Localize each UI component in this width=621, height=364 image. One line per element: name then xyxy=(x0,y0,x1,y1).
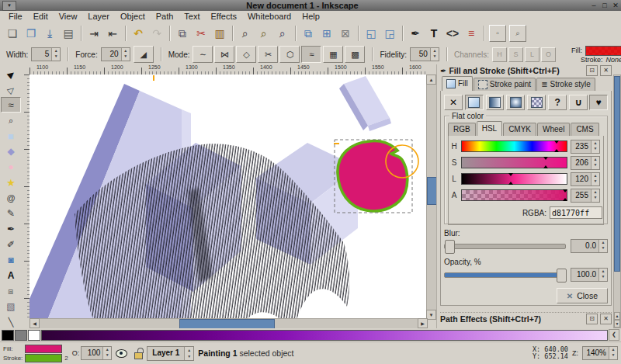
opacity-slider-handle[interactable] xyxy=(557,269,567,283)
zoom-drawing-button[interactable]: ⌕ xyxy=(255,24,273,43)
fill-stroke-dialog-button[interactable]: ✒ xyxy=(406,24,425,43)
palette-swatch-0[interactable] xyxy=(2,330,14,341)
tool-dropper-button[interactable]: ╲ xyxy=(1,314,21,330)
tool-selector-button[interactable]: ▶ xyxy=(1,66,21,81)
menu-path[interactable]: Path xyxy=(151,11,179,23)
menu-layer[interactable]: Layer xyxy=(82,11,115,23)
alpha-spinbox[interactable]: 255 xyxy=(571,189,600,203)
copy-button[interactable]: ⧉ xyxy=(173,24,192,43)
tool-tweak-button[interactable]: ≈ xyxy=(1,97,21,113)
panel-scroll-thumb[interactable] xyxy=(614,76,620,272)
xml-editor-button[interactable]: <> xyxy=(443,24,462,43)
tab-fill[interactable]: Fill xyxy=(442,76,473,91)
menu-effects[interactable]: Effects xyxy=(206,11,242,23)
paint-unknown-button[interactable]: ? xyxy=(548,95,567,110)
mode-color-paint-button[interactable]: ▦ xyxy=(323,46,343,63)
colortab-cmyk[interactable]: CMYK xyxy=(503,123,536,136)
light-spinbox[interactable]: 120 xyxy=(571,172,600,186)
menu-whiteboard[interactable]: Whiteboard xyxy=(242,11,297,23)
colortab-hsl[interactable]: HSL xyxy=(477,121,502,136)
mode-repel-button[interactable]: ✂ xyxy=(258,46,278,63)
stroke-color-swatch[interactable] xyxy=(25,354,62,362)
channel-s-toggle[interactable]: S xyxy=(508,47,523,62)
canvas[interactable] xyxy=(29,75,426,318)
layer-lock-icon[interactable] xyxy=(134,352,143,359)
import-button[interactable]: ⇥ xyxy=(85,24,103,43)
close-dialog-button[interactable]: ✕ xyxy=(600,65,612,76)
unlink-clone-button[interactable]: ⊠ xyxy=(336,24,355,43)
force-spinbox[interactable]: 20 xyxy=(101,47,130,61)
paint-none-button[interactable]: ✕ xyxy=(444,95,463,110)
tab-stroke-paint[interactable]: Stroke paint xyxy=(474,78,536,91)
menu-file[interactable]: File xyxy=(3,11,28,23)
blur-slider-handle[interactable] xyxy=(445,240,455,254)
channel-l-toggle[interactable]: L xyxy=(525,47,539,62)
scroll-left-arrow[interactable]: ◀ xyxy=(29,318,40,328)
fill-swatch[interactable] xyxy=(585,46,621,56)
export-button[interactable]: ⇤ xyxy=(103,24,122,43)
palette-gradient[interactable] xyxy=(41,330,608,341)
close-button[interactable]: ✕ Close xyxy=(557,288,608,303)
panel-scroll-up[interactable]: ▲ xyxy=(614,312,620,320)
alpha-slider[interactable] xyxy=(461,189,567,201)
scroll-right-arrow[interactable]: ▶ xyxy=(418,318,428,328)
rgba-entry[interactable] xyxy=(550,206,602,219)
layer-visibility-icon[interactable] xyxy=(116,349,127,358)
paint-radial-gradient-button[interactable] xyxy=(506,95,525,110)
menu-edit[interactable]: Edit xyxy=(28,11,54,23)
print-document-button[interactable]: ▤ xyxy=(59,24,78,43)
current-style-indicator[interactable]: Fill: Stroke: None xyxy=(571,46,621,64)
maximize-button[interactable]: □ xyxy=(599,0,610,11)
tool-node-editor-button[interactable]: ▷ xyxy=(1,81,21,97)
tool-calligraphy-button[interactable]: ✐ xyxy=(1,237,21,252)
tool-zoom-button[interactable]: ⌕ xyxy=(1,113,21,128)
palette-scroll-left[interactable]: ❮ xyxy=(609,329,619,341)
cut-button[interactable]: ✂ xyxy=(192,24,210,43)
tool-star-button[interactable]: ★ xyxy=(1,175,21,190)
colortab-cms[interactable]: CMS xyxy=(571,123,598,136)
mode-shrink-button[interactable]: ⋈ xyxy=(214,46,234,63)
tool-connector-button[interactable]: ⧈ xyxy=(1,283,21,299)
tool-text-button[interactable]: A xyxy=(1,268,21,283)
menu-text[interactable]: Text xyxy=(179,11,205,23)
opacity-spinbox[interactable]: 100.0 xyxy=(571,268,608,282)
layers-dialog-button[interactable]: ≡ xyxy=(462,24,480,43)
fill-rule-nonzero-button[interactable]: ♥ xyxy=(589,95,608,110)
undo-button[interactable]: ↶ xyxy=(129,24,147,43)
find-button[interactable]: ⌕ xyxy=(509,25,526,42)
sat-spinbox[interactable]: 206 xyxy=(571,156,600,170)
dock-button[interactable]: ⊡ xyxy=(586,314,598,324)
redo-button[interactable]: ↷ xyxy=(147,24,166,43)
panel-scroll-down[interactable]: ▼ xyxy=(614,320,620,328)
text-dialog-button[interactable]: T xyxy=(425,24,443,43)
mode-color-jitter-button[interactable]: ▩ xyxy=(345,46,365,63)
sat-slider[interactable] xyxy=(461,157,567,168)
colortab-rgb[interactable]: RGB xyxy=(448,123,476,136)
blob-path[interactable] xyxy=(338,141,408,211)
layer-selector[interactable]: Layer 1 xyxy=(147,346,194,361)
tool-3dbox-button[interactable]: ◆ xyxy=(1,144,21,159)
zoom-selection-button[interactable]: ⌕ xyxy=(236,24,255,43)
tab-stroke-style[interactable]: ≣Stroke style xyxy=(536,78,595,91)
dock-button[interactable]: ⊡ xyxy=(586,65,598,76)
selected-style-indicator[interactable]: Fill: Stroke: 2 xyxy=(3,345,68,362)
tool-pen-button[interactable]: ✒ xyxy=(1,221,21,237)
opacity-slider[interactable] xyxy=(444,272,566,278)
group-button[interactable]: ◱ xyxy=(362,24,380,43)
new-document-button[interactable]: ❏ xyxy=(3,24,22,43)
minimize-button[interactable]: – xyxy=(588,0,599,11)
close-dialog-button[interactable]: ✕ xyxy=(600,314,612,324)
blur-spinbox[interactable]: 0.0 xyxy=(571,239,608,253)
paste-button[interactable]: ▥ xyxy=(210,24,229,43)
menu-view[interactable]: View xyxy=(54,11,83,23)
save-document-button[interactable]: ⤓ xyxy=(40,24,59,43)
mode-attract-button[interactable]: ◇ xyxy=(236,46,256,63)
icon-preview-button[interactable]: ▫ xyxy=(489,25,506,42)
channel-o-toggle[interactable]: O xyxy=(541,47,556,62)
scroll-up-arrow[interactable]: ▲ xyxy=(426,75,436,85)
palette-swatch-1[interactable] xyxy=(15,330,27,341)
blur-slider[interactable] xyxy=(444,244,566,249)
menu-object[interactable]: Object xyxy=(115,11,151,23)
paint-pattern-button[interactable] xyxy=(527,95,546,110)
menu-help[interactable]: Help xyxy=(297,11,325,23)
